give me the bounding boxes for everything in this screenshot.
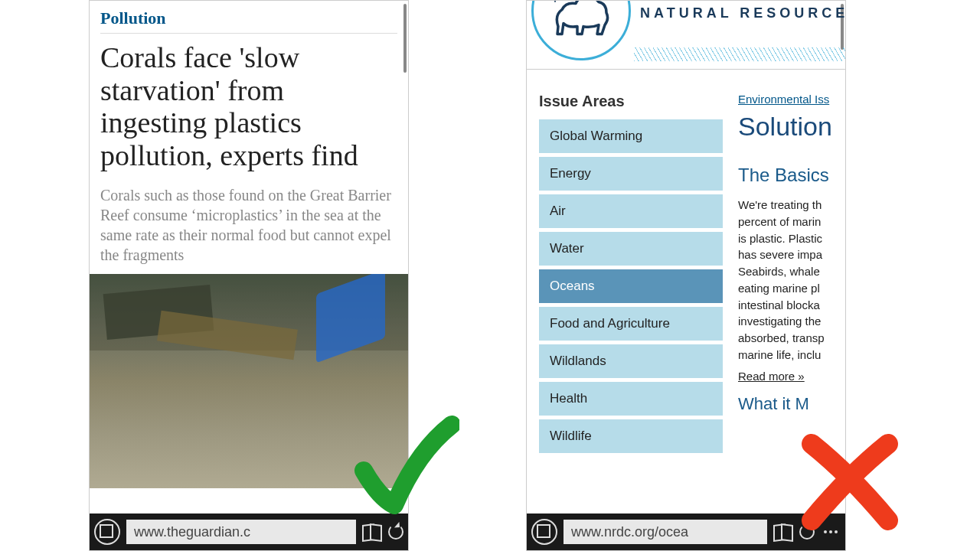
sidebar-item-health[interactable]: Health <box>539 382 723 416</box>
sidebar-item-global-warming[interactable]: Global Warming <box>539 119 723 153</box>
sidebar-item-air[interactable]: Air <box>539 194 723 228</box>
page-title: Solution <box>738 112 832 142</box>
sidebar-item-water[interactable]: Water <box>539 232 723 266</box>
page-content: NATURAL RESOURCES D Issue Areas Global W… <box>527 1 845 514</box>
svg-marker-0 <box>548 1 562 3</box>
sidebar-heading: Issue Areas <box>539 93 723 110</box>
sidebar-item-oceans[interactable]: Oceans <box>539 269 723 303</box>
body-text: We're treating thpercent of marinis plas… <box>738 197 832 364</box>
site-header: NATURAL RESOURCES D <box>527 1 845 70</box>
page-content: Pollution Corals face 'slow starvation' … <box>90 1 408 514</box>
read-more-link[interactable]: Read more » <box>738 370 805 383</box>
sidebar-nav: Issue Areas Global WarmingEnergyAirWater… <box>539 93 723 457</box>
sidebar-item-energy[interactable]: Energy <box>539 157 723 191</box>
article-headline: Corals face 'slow starvation' from inges… <box>100 41 397 171</box>
browser-bottom-bar: www.nrdc.org/ocea <box>527 514 845 550</box>
reading-mode-icon[interactable] <box>362 524 382 540</box>
main-column: Environmental Iss Solution The Basics We… <box>723 93 832 457</box>
refresh-icon[interactable] <box>388 524 403 540</box>
sidebar-item-food-and-agriculture[interactable]: Food and Agriculture <box>539 307 723 341</box>
phone-mockup-right: NATURAL RESOURCES D Issue Areas Global W… <box>526 0 846 551</box>
section-heading: The Basics <box>738 165 832 186</box>
header-decoration <box>634 47 845 61</box>
breadcrumb-link[interactable]: Environmental Iss <box>738 93 832 106</box>
reading-mode-icon[interactable] <box>773 524 793 540</box>
scrollbar[interactable] <box>403 4 407 73</box>
tabs-icon <box>102 527 113 537</box>
url-input[interactable]: www.theguardian.c <box>126 520 356 544</box>
section-heading-2: What it M <box>738 394 832 414</box>
tabs-button[interactable] <box>94 519 120 545</box>
url-input[interactable]: www.nrdc.org/ocea <box>564 520 767 544</box>
phone-mockup-left: Pollution Corals face 'slow starvation' … <box>89 0 409 551</box>
more-menu-icon[interactable] <box>821 530 841 533</box>
refresh-icon[interactable] <box>799 524 815 540</box>
site-logo[interactable] <box>531 1 631 60</box>
bear-icon <box>547 1 616 42</box>
browser-bottom-bar: www.theguardian.c <box>90 514 408 550</box>
tabs-button[interactable] <box>531 519 557 545</box>
article-standfirst: Corals such as those found on the Great … <box>100 185 397 265</box>
sidebar-item-wildlands[interactable]: Wildlands <box>539 344 723 378</box>
article-hero-image <box>90 274 408 488</box>
sidebar-item-wildlife[interactable]: Wildlife <box>539 419 723 453</box>
site-title: NATURAL RESOURCES D <box>640 5 845 21</box>
article-category[interactable]: Pollution <box>100 8 397 34</box>
tabs-icon <box>539 527 550 537</box>
